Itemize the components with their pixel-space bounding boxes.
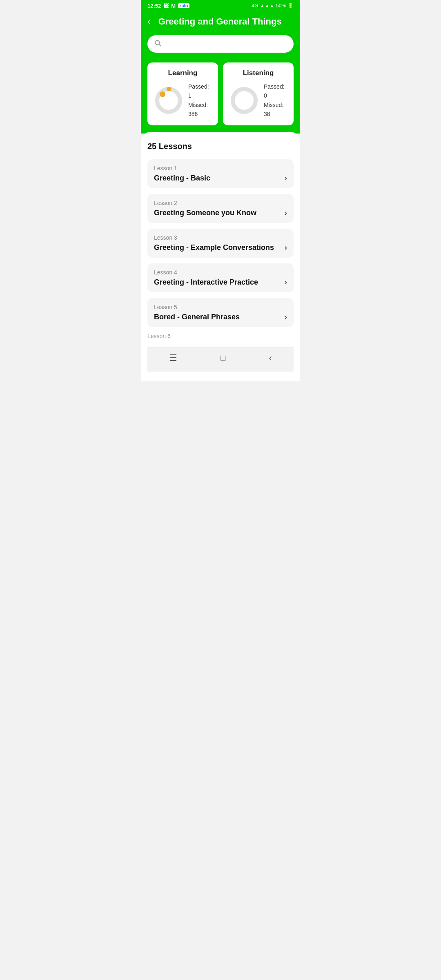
learning-donut — [154, 86, 183, 115]
back-button[interactable]: ‹ — [147, 16, 150, 27]
nav-bar: ☰ □ ‹ — [147, 347, 294, 372]
learning-missed: Missed: 386 — [188, 100, 212, 119]
lesson-title-4: Greeting - Interactive Practice — [154, 278, 258, 287]
lesson-number-3: Lesson 3 — [154, 234, 287, 241]
lesson-item-5[interactable]: Lesson 5 Bored - General Phrases › — [147, 298, 294, 327]
svg-line-1 — [159, 44, 160, 46]
lesson-number-4: Lesson 4 — [154, 269, 287, 276]
listening-donut — [229, 86, 259, 115]
chevron-icon-3: › — [285, 243, 287, 252]
listening-content: Passed: 0 Missed: 38 — [229, 82, 287, 119]
stats-grid: Learning Passed: 1 Missed: 386 Listeni — [147, 62, 294, 134]
listening-title: Listening — [243, 69, 274, 77]
learning-stats: Passed: 1 Missed: 386 — [188, 82, 212, 119]
lesson-number-2: Lesson 2 — [154, 200, 287, 206]
listening-missed: Missed: 38 — [264, 100, 287, 119]
photo-icon: 🖼 — [163, 3, 169, 9]
header: ‹ Greeting and General Things — [141, 11, 300, 35]
nav-home-button[interactable]: □ — [220, 353, 225, 363]
chevron-icon-4: › — [285, 278, 287, 287]
listening-card: Listening Passed: 0 Missed: 38 — [223, 62, 294, 125]
lesson-item-4[interactable]: Lesson 4 Greeting - Interactive Practice… — [147, 263, 294, 292]
listening-passed: Passed: 0 — [264, 82, 287, 100]
svg-point-4 — [233, 89, 256, 112]
learning-passed: Passed: 1 — [188, 82, 212, 100]
network-label: 4G — [252, 3, 258, 9]
chevron-icon-1: › — [285, 174, 287, 183]
battery-icon: 🔋 — [287, 3, 294, 9]
lessons-count: 25 Lessons — [147, 142, 294, 151]
lesson-row-5: Bored - General Phrases › — [154, 313, 287, 321]
status-left: 12:52 🖼 M zalo — [147, 3, 189, 9]
search-icon — [154, 39, 161, 49]
lesson-item-2[interactable]: Lesson 2 Greeting Someone you Know › — [147, 194, 294, 223]
lesson-row-1: Greeting - Basic › — [154, 174, 287, 183]
lesson-number-5: Lesson 5 — [154, 304, 287, 310]
nav-back-button[interactable]: ‹ — [269, 353, 272, 363]
lesson-item-3[interactable]: Lesson 3 Greeting - Example Conversation… — [147, 229, 294, 258]
learning-content: Passed: 1 Missed: 386 — [154, 82, 212, 119]
lesson-title-5: Bored - General Phrases — [154, 313, 240, 321]
lesson-row-2: Greeting Someone you Know › — [154, 209, 287, 217]
lesson-row-3: Greeting - Example Conversations › — [154, 243, 287, 252]
listening-stats: Passed: 0 Missed: 38 — [264, 82, 287, 119]
mail-icon: M — [171, 3, 176, 9]
stats-section: Learning Passed: 1 Missed: 386 Listeni — [141, 62, 300, 134]
page-title: Greeting and General Things — [155, 16, 285, 27]
signal-icon: ▲▲▲ — [260, 3, 274, 9]
status-bar: 12:52 🖼 M zalo 4G ▲▲▲ 50% 🔋 — [141, 0, 300, 11]
chevron-icon-5: › — [285, 313, 287, 321]
lesson-number-6: Lesson 6 — [147, 333, 294, 339]
status-right: 4G ▲▲▲ 50% 🔋 — [252, 3, 294, 9]
nav-menu-button[interactable]: ☰ — [169, 353, 177, 363]
lesson-title-2: Greeting Someone you Know — [154, 209, 256, 217]
main-content: 25 Lessons Lesson 1 Greeting - Basic › L… — [141, 132, 300, 381]
learning-card: Learning Passed: 1 Missed: 386 — [147, 62, 218, 125]
zalo-icon: zalo — [178, 3, 189, 8]
lesson-title-1: Greeting - Basic — [154, 174, 210, 183]
lesson-number-1: Lesson 1 — [154, 165, 287, 172]
time-label: 12:52 — [147, 3, 161, 9]
chevron-icon-2: › — [285, 209, 287, 217]
search-section — [141, 35, 300, 62]
search-bar[interactable] — [147, 35, 294, 53]
lesson-row-4: Greeting - Interactive Practice › — [154, 278, 287, 287]
learning-title: Learning — [168, 69, 198, 77]
lesson-title-3: Greeting - Example Conversations — [154, 243, 274, 252]
lesson-item-1[interactable]: Lesson 1 Greeting - Basic › — [147, 159, 294, 188]
search-input[interactable] — [165, 40, 287, 48]
battery-label: 50% — [276, 3, 286, 9]
